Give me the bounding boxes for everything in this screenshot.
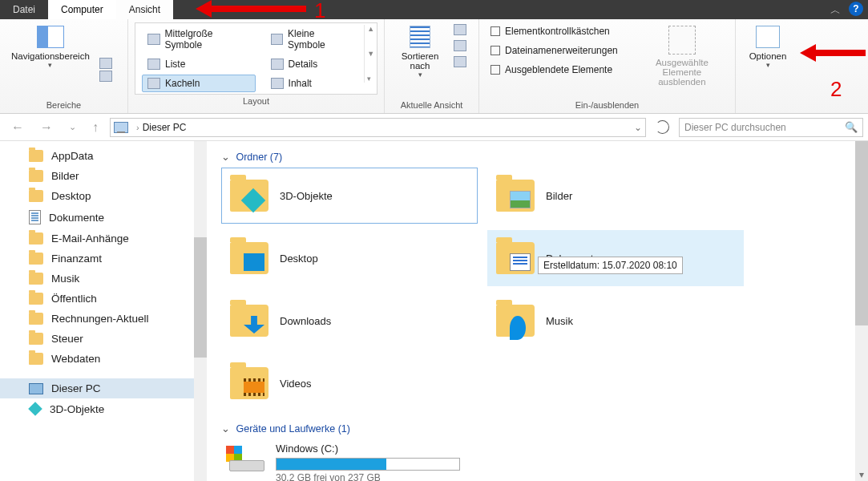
tree-item-label: Desktop	[51, 190, 91, 202]
layout-details-label: Details	[289, 59, 318, 70]
tree-item-webdaten[interactable]: Webdaten	[0, 349, 207, 369]
help-icon[interactable]: ?	[849, 2, 863, 16]
chevron-down-icon: ▾	[418, 71, 422, 79]
folder-icon	[29, 333, 43, 345]
tile-label: Downloads	[280, 315, 331, 327]
tile-dokumente[interactable]: DokumenteErstelldatum: 15.07.2020 08:10	[487, 230, 744, 286]
checkbox-item-label: Elementkontrollkästchen	[505, 26, 610, 37]
options-label: Optionen	[749, 51, 787, 61]
add-columns-icon[interactable]	[454, 40, 466, 51]
tree-item-label: Bilder	[51, 170, 79, 182]
nav-recent-icon[interactable]: ⌄	[64, 122, 81, 132]
folder-icon	[230, 305, 268, 337]
tab-file[interactable]: Datei	[0, 0, 48, 19]
tree-item-dokumente[interactable]: Dokumente	[0, 206, 207, 228]
search-icon: 🔍	[845, 121, 858, 133]
size-columns-icon[interactable]	[454, 56, 466, 67]
group-by-icon[interactable]	[454, 24, 466, 35]
tree-item--ffentlich[interactable]: Öffentlich	[0, 289, 207, 309]
tile-label: Desktop	[280, 253, 318, 265]
tree-item-label: Finanzamt	[51, 253, 102, 265]
checkbox-ext-label: Dateinamenerweiterungen	[505, 45, 618, 56]
folder-icon	[496, 242, 535, 274]
tree-scrollbar-thumb[interactable]	[194, 237, 207, 358]
folder-icon	[230, 367, 268, 399]
tile-downloads[interactable]: Downloads	[221, 293, 478, 349]
drive-icon	[226, 443, 264, 473]
tree-item-finanzamt[interactable]: Finanzamt	[0, 249, 207, 269]
search-input[interactable]: Dieser PC durchsuchen 🔍	[679, 118, 863, 137]
tree-item-desktop[interactable]: Desktop	[0, 186, 207, 206]
nav-forward-icon[interactable]: →	[35, 120, 58, 135]
menu-bar: Datei Computer Ansicht ︿ ?	[0, 0, 868, 19]
section-drives-title: Geräte und Laufwerke (1)	[236, 423, 349, 435]
tiles-icon	[147, 78, 160, 89]
ribbon: Navigationsbereich ▾ Bereiche Mittelgroß…	[0, 19, 868, 114]
layout-details[interactable]: Details	[265, 55, 358, 73]
breadcrumb-root[interactable]: Dieser PC	[143, 122, 187, 133]
tile-bilder[interactable]: Bilder	[487, 168, 744, 224]
layout-tiles[interactable]: Kacheln	[142, 75, 256, 92]
section-folders-header[interactable]: ⌄ Ordner (7)	[218, 148, 868, 168]
nav-up-icon[interactable]: ↑	[87, 120, 103, 135]
content-scrollbar-thumb[interactable]	[855, 141, 868, 325]
section-folders-title: Ordner (7)	[236, 152, 282, 163]
details-icon	[271, 59, 284, 70]
tree-item-e-mail-anh-nge[interactable]: E-Mail-Anhänge	[0, 228, 207, 249]
checkbox-item-checkboxes[interactable]: Elementkontrollkästchen	[491, 24, 618, 38]
layout-small-icons[interactable]: Kleine Symbole	[265, 25, 358, 54]
folder-icon	[230, 180, 268, 212]
annotation-number-2: 2	[830, 77, 842, 102]
layout-list[interactable]: Liste	[142, 55, 256, 73]
collapse-ribbon-icon[interactable]: ︿	[830, 3, 841, 18]
checkbox-hidden-items[interactable]: Ausgeblendete Elemente	[491, 63, 618, 77]
tile-3d-objekte[interactable]: 3D-Objekte	[221, 168, 478, 224]
tile-videos[interactable]: Videos	[221, 355, 478, 411]
layout-medium-icons[interactable]: Mittelgroße Symbole	[142, 25, 256, 54]
tab-computer[interactable]: Computer	[48, 0, 116, 19]
preview-pane-icon[interactable]	[99, 58, 112, 69]
refresh-icon[interactable]	[656, 120, 669, 134]
tree-item-label: Webdaten	[51, 353, 100, 365]
tree-item-dieser-pc[interactable]: Dieser PC	[0, 378, 207, 398]
list-icon	[147, 59, 160, 70]
details-pane-icon[interactable]	[99, 71, 112, 82]
chevron-down-icon: ▾	[48, 61, 52, 69]
nav-back-icon[interactable]: ←	[6, 120, 29, 135]
collapse-section-icon: ⌄	[221, 423, 230, 435]
tree-item-label: Rechnungen-Aktuell	[51, 313, 149, 325]
tree-item-bilder[interactable]: Bilder	[0, 166, 207, 186]
layout-gallery-scroll[interactable]: ▲▼▾	[364, 25, 375, 83]
tile-label: Bilder	[546, 190, 572, 202]
content-icon	[271, 78, 284, 89]
tree-item-appdata[interactable]: AppData	[0, 146, 207, 166]
drive-usage-text: 30,2 GB frei von 237 GB	[276, 472, 460, 481]
checkbox-file-extensions[interactable]: Dateinamenerweiterungen	[491, 43, 618, 58]
tree-item-steuer[interactable]: Steuer	[0, 329, 207, 349]
section-drives-header[interactable]: ⌄ Geräte und Laufwerke (1)	[218, 419, 868, 439]
search-placeholder: Dieser PC durchsuchen	[684, 122, 786, 133]
layout-list-label: Liste	[165, 59, 185, 70]
options-button[interactable]: Optionen ▾	[742, 22, 793, 72]
navigation-pane-button[interactable]: Navigationsbereich ▾	[6, 22, 95, 72]
tile-desktop[interactable]: Desktop	[221, 230, 478, 286]
layout-content[interactable]: Inhalt	[265, 75, 358, 92]
scroll-down-icon[interactable]: ▾	[855, 468, 868, 481]
tree-item-3d-objekte[interactable]: 3D-Objekte	[0, 398, 207, 419]
folder-icon	[230, 242, 268, 274]
tree-item-musik[interactable]: Musik	[0, 269, 207, 289]
medium-icons-icon	[147, 34, 160, 45]
hide-selected-label: Ausgewählte Elemente ausblenden	[640, 58, 724, 87]
layout-content-label: Inhalt	[289, 78, 312, 89]
tile-musik[interactable]: Musik	[487, 293, 744, 349]
content-pane: ▾ ⌄ Ordner (7) 3D-ObjekteBilderDesktopDo…	[207, 141, 868, 481]
tab-view[interactable]: Ansicht	[116, 0, 173, 19]
address-bar[interactable]: › Dieser PC ⌄	[110, 118, 646, 137]
drive-c[interactable]: Windows (C:) 30,2 GB frei von 237 GB	[218, 439, 868, 481]
cube-overlay-icon	[241, 188, 266, 213]
address-dropdown-icon[interactable]: ⌄	[634, 122, 642, 133]
sort-button[interactable]: Sortieren nach ▾	[391, 22, 449, 82]
tree-item-rechnungen-aktuell[interactable]: Rechnungen-Aktuell	[0, 309, 207, 329]
layout-small-label: Kleine Symbole	[288, 28, 352, 51]
folder-icon	[29, 190, 43, 202]
